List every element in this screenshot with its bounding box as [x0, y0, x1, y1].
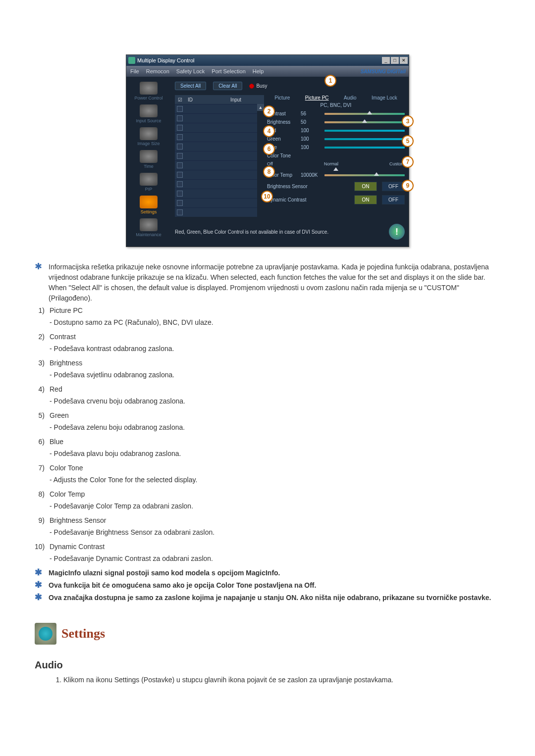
- item-title: Brightness Sensor: [50, 515, 106, 526]
- time-icon: [140, 150, 158, 163]
- row-checkbox[interactable]: [177, 162, 183, 168]
- numbered-item: 10)Dynamic Contrast: [35, 542, 500, 552]
- row-checkbox[interactable]: [177, 115, 183, 121]
- intro-note: ✱ Informacijska rešetka prikazuje neke o…: [35, 262, 500, 303]
- settings-panel: Picture Picture PC Audio Image Lock PC, …: [267, 95, 405, 217]
- row-checkbox[interactable]: [177, 181, 183, 187]
- numbered-item: 1)Picture PC: [35, 305, 500, 316]
- item-number: 4): [35, 384, 45, 395]
- grid-row[interactable]: [175, 132, 257, 142]
- tab-image-lock[interactable]: Image Lock: [372, 95, 397, 101]
- green-slider[interactable]: Green 100: [267, 136, 405, 142]
- menu-remocon[interactable]: Remocon: [146, 68, 169, 74]
- row-checkbox[interactable]: [177, 106, 183, 112]
- bsensor-off-button[interactable]: OFF: [382, 182, 405, 191]
- settings-section-header: Settings: [35, 623, 500, 645]
- brand-label: SAMSUNG DIGITall: [361, 69, 406, 74]
- green-value: 100: [301, 136, 321, 142]
- brightness-slider[interactable]: Brightness 50: [267, 119, 405, 125]
- sidebar-item-image-size[interactable]: Image Size: [137, 127, 160, 146]
- dcontrast-off-button[interactable]: OFF: [382, 195, 405, 204]
- row-checkbox[interactable]: [177, 144, 183, 150]
- item-number: 7): [35, 463, 45, 473]
- row-checkbox[interactable]: [177, 125, 183, 131]
- item-number: 8): [35, 489, 45, 500]
- sidebar-item-settings[interactable]: Settings: [140, 196, 158, 214]
- tab-picture[interactable]: Picture: [274, 95, 290, 101]
- sidebar-item-power[interactable]: Power Control: [134, 82, 162, 101]
- grid-row[interactable]: [175, 189, 257, 198]
- item-desc: - Podešavanje Brightness Sensor za odabr…: [50, 527, 500, 538]
- sidebar-label: Time: [144, 164, 154, 169]
- row-checkbox[interactable]: [177, 200, 183, 206]
- titlebar: Multiple Display Control _ □ ✕: [126, 55, 409, 66]
- menu-file[interactable]: File: [130, 68, 139, 74]
- numbered-item: 5)Green: [35, 410, 500, 421]
- bsensor-label: Brightness Sensor: [267, 184, 349, 189]
- tab-audio[interactable]: Audio: [344, 95, 357, 101]
- note-row: Red, Green, Blue Color Control is not av…: [175, 224, 405, 240]
- grid-row[interactable]: [175, 160, 257, 170]
- tab-picture-pc[interactable]: Picture PC: [305, 95, 329, 101]
- color-tone-slider[interactable]: Color Tone Off Normal Custom: [267, 153, 405, 169]
- item-title: Contrast: [50, 332, 76, 342]
- row-checkbox[interactable]: [177, 172, 183, 178]
- slider-thumb[interactable]: [362, 119, 367, 123]
- grid-row[interactable]: [175, 207, 257, 217]
- item-desc: - Dostupno samo za PC (Računalo), BNC, D…: [50, 317, 500, 328]
- item-number: 10): [35, 542, 45, 552]
- star-icon: ✱: [35, 568, 44, 577]
- grid-header: ☑ ID Input: [175, 95, 264, 104]
- app-window: Multiple Display Control _ □ ✕ File Remo…: [126, 54, 409, 247]
- grid-row[interactable]: [175, 170, 257, 179]
- sidebar-item-time[interactable]: Time: [140, 150, 158, 169]
- red-slider[interactable]: Red 100: [267, 128, 405, 133]
- red-value: 100: [301, 128, 321, 133]
- menu-safety-lock[interactable]: Safety Lock: [176, 68, 205, 74]
- slider-thumb[interactable]: [367, 111, 372, 114]
- grid-row[interactable]: [175, 142, 257, 151]
- item-title: Dynamic Contrast: [50, 542, 105, 552]
- tone-opt: Normal: [324, 161, 338, 166]
- callout-5: 5: [402, 135, 414, 147]
- numbered-item: 8)Color Temp: [35, 489, 500, 500]
- grid-row[interactable]: [175, 123, 257, 132]
- row-checkbox[interactable]: [177, 134, 183, 140]
- dcontrast-on-button[interactable]: ON: [354, 195, 377, 204]
- blue-slider[interactable]: Blue 100: [267, 145, 405, 150]
- bsensor-on-button[interactable]: ON: [354, 182, 377, 191]
- callout-2: 2: [263, 105, 275, 117]
- menu-port-selection[interactable]: Port Selection: [212, 68, 245, 74]
- blue-value: 100: [301, 145, 321, 150]
- slider-thumb[interactable]: [374, 172, 379, 176]
- slider-thumb[interactable]: [333, 167, 338, 171]
- maximize-button[interactable]: □: [391, 57, 399, 64]
- row-checkbox[interactable]: [177, 209, 183, 215]
- close-button[interactable]: ✕: [400, 57, 408, 64]
- grid-row[interactable]: [175, 198, 257, 207]
- select-all-button[interactable]: Select All: [175, 82, 206, 90]
- grid-row[interactable]: [175, 179, 257, 189]
- minimize-button[interactable]: _: [382, 57, 390, 64]
- row-checkbox[interactable]: [177, 191, 183, 197]
- callout-1: 1: [324, 75, 336, 87]
- grid-row[interactable]: [175, 113, 257, 123]
- sidebar-item-maintenance[interactable]: Maintenance: [136, 218, 161, 237]
- display-grid: ☑ ID Input: [175, 95, 264, 217]
- callout-4: 4: [263, 125, 275, 137]
- clear-all-button[interactable]: Clear All: [213, 82, 242, 90]
- color-temp-slider[interactable]: Color Temp 10000K: [267, 172, 405, 178]
- item-title: Green: [50, 410, 69, 421]
- grid-row[interactable]: [175, 151, 257, 160]
- row-checkbox[interactable]: [177, 153, 183, 159]
- grid-row[interactable]: [175, 104, 257, 113]
- sidebar-item-pip[interactable]: PIP: [140, 173, 158, 192]
- menu-help[interactable]: Help: [253, 68, 264, 74]
- col-check[interactable]: ☑: [175, 97, 185, 102]
- item-desc: - Adjusts the Color Tone for the selecte…: [50, 475, 500, 485]
- window-title: Multiple Display Control: [137, 57, 195, 63]
- contrast-value: 56: [301, 111, 321, 116]
- power-icon: [140, 82, 158, 95]
- sidebar-item-input[interactable]: Input Source: [136, 104, 161, 123]
- contrast-slider[interactable]: Contrast 56: [267, 111, 405, 116]
